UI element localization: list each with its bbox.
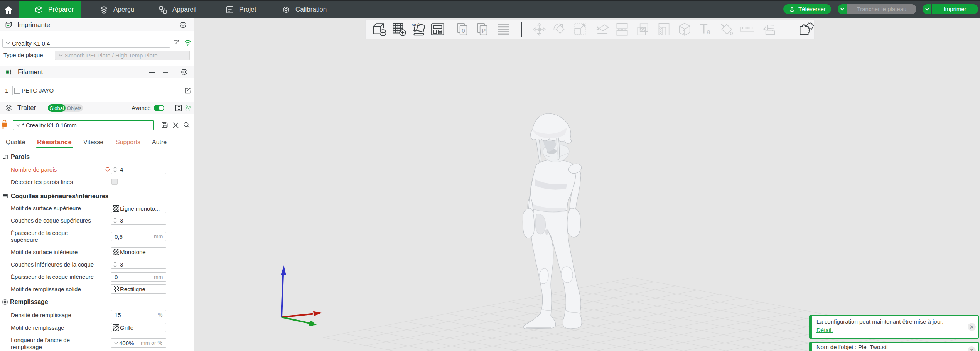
svg-text:0: 0 — [462, 28, 465, 34]
svg-text:a: a — [707, 28, 710, 36]
svg-text:P: P — [482, 28, 486, 34]
svg-text:AUTO: AUTO — [412, 23, 420, 27]
